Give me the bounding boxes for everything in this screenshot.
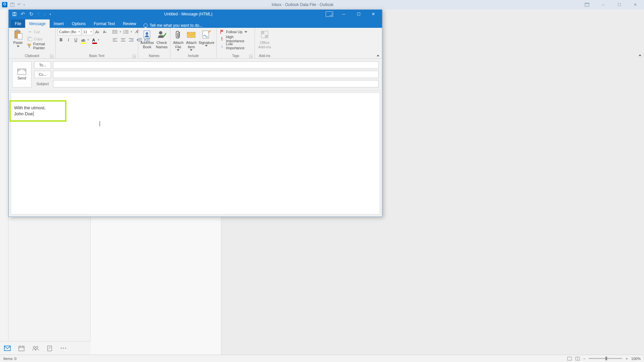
qat-prev-icon[interactable]: ↑ (38, 12, 40, 16)
tab-file[interactable]: File (11, 19, 25, 28)
nav-calendar-icon[interactable] (18, 345, 25, 352)
low-importance-button[interactable]: ↓ Low Importance (219, 43, 253, 49)
svg-point-54 (159, 31, 162, 35)
check-names-label: Check Names (156, 41, 168, 49)
qat-save-icon[interactable] (12, 12, 17, 16)
to-field[interactable] (53, 61, 379, 69)
send-button[interactable]: Send (12, 61, 32, 87)
tab-options[interactable]: Options (68, 19, 90, 28)
qat-redo-icon[interactable]: ↻ (29, 11, 34, 17)
qat-undo-icon[interactable]: ↶ (21, 11, 25, 17)
svg-point-10 (36, 346, 38, 348)
paste-button[interactable]: Paste (11, 28, 25, 47)
zoom-level[interactable]: 100% (631, 357, 641, 361)
outlook-main-titlebar: ↶ ▾ Inbox - Outlook Data File - Outlook … (0, 0, 644, 9)
compose-title: Untitled - Message (HTML) (51, 12, 326, 16)
address-book-button[interactable]: Address Book (140, 28, 154, 49)
nav-mail-icon[interactable] (4, 345, 11, 352)
tab-insert[interactable]: Insert (50, 19, 68, 28)
bg-ribbon-collapse-icon[interactable] (639, 52, 641, 57)
addins-group-label: Add-ins (257, 54, 272, 58)
main-maximize-icon[interactable]: ☐ (612, 1, 626, 8)
format-painter-button[interactable]: Format Painter (26, 43, 53, 49)
cc-button[interactable]: Cc... (34, 71, 51, 78)
body-caret (100, 121, 100, 126)
chevron-down-icon: ▾ (91, 31, 92, 33)
tags-launcher-icon[interactable]: ↘ (249, 55, 253, 58)
flag-icon (219, 29, 225, 35)
signature-button[interactable]: Signature (199, 28, 214, 47)
chevron-down-icon: ▾ (97, 37, 100, 43)
chevron-down-icon: ▾ (87, 37, 90, 43)
qat-undo-icon[interactable]: ↶ (17, 2, 21, 7)
underline-button[interactable]: U (72, 37, 79, 43)
align-left-button[interactable] (111, 37, 119, 43)
font-name-value: Calibri (Bo (59, 30, 76, 34)
numbering-button[interactable]: 123 ▾ (122, 28, 133, 35)
check-names-button[interactable]: Check Names (155, 28, 168, 49)
italic-button[interactable]: I (65, 37, 72, 43)
bullets-button[interactable]: ▾ (111, 28, 122, 35)
ribbon-collapse-icon[interactable] (377, 53, 379, 57)
signature-label: Signature (199, 41, 214, 45)
attach-item-button[interactable]: Attach Item (185, 28, 197, 51)
clipboard-launcher-icon[interactable]: ↘ (50, 55, 53, 58)
office-addins-label: Office Add-ins (258, 41, 271, 49)
view-normal-icon[interactable] (567, 357, 572, 361)
ribbon-display-options-icon[interactable] (326, 11, 333, 17)
cc-field[interactable] (53, 71, 379, 78)
nav-more-icon[interactable]: ··· (60, 345, 67, 352)
cut-button[interactable]: ✂ Cut (26, 28, 53, 35)
nav-people-icon[interactable] (32, 345, 39, 352)
tab-review[interactable]: Review (119, 19, 140, 28)
grow-font-button[interactable]: A▴ (94, 28, 101, 35)
compose-body[interactable]: With the utmost, John Doe (11, 93, 380, 215)
send-label: Send (17, 76, 26, 80)
zoom-in-icon[interactable]: + (626, 357, 628, 361)
align-right-button[interactable] (127, 37, 135, 43)
compose-close-icon[interactable]: ✕ (366, 10, 381, 18)
follow-up-label: Follow Up (226, 30, 243, 34)
addins-icon (259, 29, 270, 40)
qat-next-icon[interactable]: ↓ (44, 12, 46, 16)
svg-rect-23 (28, 44, 31, 46)
zoom-slider[interactable] (589, 358, 622, 359)
include-group-label: Include (172, 54, 214, 58)
view-reading-icon[interactable] (575, 357, 580, 361)
svg-rect-24 (29, 46, 30, 48)
high-importance-button[interactable]: ! High Importance (219, 36, 253, 42)
tell-me-search[interactable]: Tell me what you want to do... (144, 23, 203, 28)
align-center-button[interactable] (119, 37, 127, 43)
copy-button[interactable]: Copy (26, 36, 53, 42)
shrink-font-button[interactable]: A▾ (101, 28, 108, 35)
bold-button[interactable]: B (58, 37, 64, 43)
main-close-icon[interactable]: ✕ (629, 1, 642, 8)
font-color-button[interactable]: A ▾ (90, 37, 100, 43)
attach-item-label: Attach Item (186, 41, 197, 49)
tab-format-text[interactable]: Format Text (90, 19, 119, 28)
svg-rect-12 (568, 357, 572, 360)
format-painter-label: Format Painter (33, 42, 53, 50)
highlight-button[interactable]: ab ▾ (80, 37, 90, 43)
svg-point-27 (113, 32, 114, 33)
compose-minimize-icon[interactable]: ─ (336, 10, 351, 18)
nav-tasks-icon[interactable] (46, 345, 53, 352)
main-minimize-icon[interactable]: ─ (596, 1, 610, 8)
format-painter-icon (27, 43, 32, 49)
qat-save-icon[interactable] (10, 2, 15, 7)
ribbon-display-options-icon[interactable] (580, 1, 594, 8)
compose-maximize-icon[interactable]: ☐ (351, 10, 366, 18)
zoom-out-icon[interactable]: − (583, 357, 585, 361)
numbering-icon: 123 (122, 28, 130, 35)
svg-rect-20 (17, 34, 22, 39)
basic-text-launcher-icon[interactable]: ↘ (132, 55, 136, 58)
to-button[interactable]: To... (34, 61, 51, 69)
office-addins-button[interactable]: Office Add-ins (257, 28, 272, 49)
font-size-dropdown[interactable]: 11 ▾ (82, 28, 93, 35)
tell-me-label: Tell me what you want to do... (150, 23, 203, 28)
tab-message[interactable]: Message (25, 19, 50, 28)
font-name-dropdown[interactable]: Calibri (Bo ▾ (58, 28, 81, 35)
subject-field[interactable] (53, 80, 379, 87)
follow-up-button[interactable]: Follow Up (219, 28, 248, 35)
attach-file-button[interactable]: Attach File (172, 28, 184, 51)
